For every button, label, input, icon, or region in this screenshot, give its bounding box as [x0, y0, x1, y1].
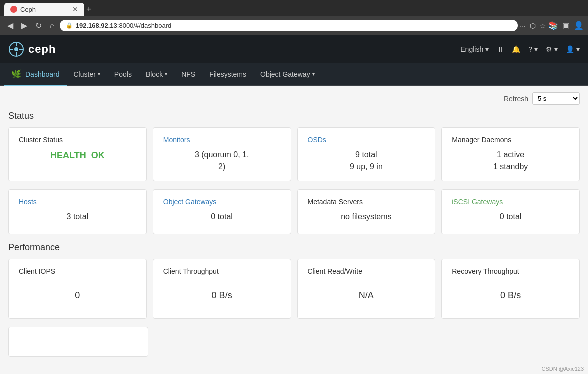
cluster-caret-icon: ▾ [98, 72, 100, 77]
ceph-logo-icon [8, 42, 24, 58]
object-gateways-value: 0 total [163, 211, 281, 223]
client-iops-card: Client IOPS 0 [8, 259, 147, 319]
client-throughput-value: 0 B/s [163, 290, 281, 301]
refresh-select[interactable]: 5 s 10 s 30 s 1 m No refresh [532, 92, 580, 105]
block-caret-icon: ▾ [165, 72, 167, 77]
address-bar[interactable]: 🔒 192.168.92.13:8000/#/dashboard [60, 20, 518, 32]
osds-title[interactable]: OSDs [308, 136, 425, 144]
help-icon: ? [528, 46, 532, 54]
cluster-status-card: Cluster Status HEALTH_OK [8, 128, 147, 182]
tab-close-button[interactable]: ✕ [72, 6, 78, 14]
client-read-write-title: Client Read/Write [308, 268, 425, 276]
nav-item-nfs[interactable]: NFS [174, 64, 202, 86]
performance-cards: Client IOPS 0 Client Throughput 0 B/s Cl… [8, 259, 580, 319]
metadata-servers-title: Metadata Servers [308, 198, 425, 206]
forward-button[interactable]: ▶ [18, 19, 30, 32]
nav-label-filesystems: Filesystems [209, 70, 246, 78]
monitors-card: Monitors 3 (quorum 0, 1,2) [153, 128, 291, 182]
lock-icon: 🔒 [66, 22, 73, 29]
browser-nav-right: 📚 ▣ 👤 [548, 21, 584, 30]
tab-title: Ceph [20, 6, 36, 14]
browser-nav: ◀ ▶ ↻ ⌂ 🔒 192.168.92.13:8000/#/dashboard… [0, 16, 588, 36]
status-section-title: Status [8, 111, 580, 122]
manager-daemons-title: Manager Daemons [452, 136, 569, 144]
nav-item-block[interactable]: Block ▾ [139, 64, 174, 86]
app-logo: ceph [8, 42, 56, 58]
help-caret-icon: ▾ [534, 46, 538, 54]
home-button[interactable]: ⌂ [47, 20, 58, 32]
client-read-write-value: N/A [308, 290, 425, 301]
object-gateways-title[interactable]: Object Gateways [163, 198, 281, 206]
address-bar-actions: ··· ⬡ ☆ [520, 22, 546, 30]
monitors-title[interactable]: Monitors [163, 136, 281, 144]
client-throughput-title: Client Throughput [163, 268, 281, 276]
browser-tab-active[interactable]: Ceph ✕ [4, 3, 84, 16]
object-gateways-card: Object Gateways 0 total [153, 190, 291, 234]
hosts-title[interactable]: Hosts [19, 198, 136, 206]
pocket-icon[interactable]: ⬡ [530, 22, 536, 30]
library-icon[interactable]: 📚 [548, 21, 558, 30]
status-cards-row2: Hosts 3 total Object Gateways 0 total Me… [8, 190, 580, 234]
language-caret-icon: ▾ [485, 46, 489, 54]
notification-icon[interactable]: 🔔 [512, 46, 520, 54]
nav-item-filesystems[interactable]: Filesystems [202, 64, 253, 86]
bookmark-icon[interactable]: ☆ [540, 22, 546, 30]
nav-item-cluster[interactable]: Cluster ▾ [67, 64, 107, 86]
app-header: ceph English ▾ ⏸ 🔔 ? ▾ ⚙ ▾ 👤 ▾ [0, 36, 588, 64]
nav-item-dashboard[interactable]: 🌿 Dashboard [4, 64, 67, 86]
object-gateway-caret-icon: ▾ [312, 72, 315, 77]
url-text: 192.168.92.13:8000/#/dashboard [76, 22, 172, 30]
tab-bar: Ceph ✕ + [0, 0, 588, 16]
language-label: English [460, 46, 483, 54]
help-button[interactable]: ? ▾ [528, 46, 538, 54]
metadata-servers-card: Metadata Servers no filesystems [297, 190, 436, 234]
svg-point-1 [14, 48, 18, 52]
monitors-value: 3 (quorum 0, 1,2) [163, 149, 281, 173]
nav-label-block: Block [146, 70, 163, 78]
dashboard-icon: 🌿 [11, 70, 21, 79]
iscsi-gateways-card: iSCSI Gateways 0 total [441, 190, 580, 234]
client-iops-title: Client IOPS [19, 268, 136, 276]
new-tab-button[interactable]: + [86, 4, 92, 15]
language-selector[interactable]: English ▾ [460, 46, 489, 54]
app-nav: 🌿 Dashboard Cluster ▾ Pools Block ▾ NFS … [0, 64, 588, 86]
capacity-card-partial [8, 327, 148, 357]
user-icon: 👤 [566, 46, 574, 54]
osds-card: OSDs 9 total9 up, 9 in [297, 128, 436, 182]
nav-item-pools[interactable]: Pools [107, 64, 139, 86]
refresh-button[interactable]: ↻ [32, 19, 45, 32]
nav-item-object-gateway[interactable]: Object Gateway ▾ [253, 64, 322, 86]
refresh-bar: Refresh 5 s 10 s 30 s 1 m No refresh [8, 92, 580, 105]
sidebar-icon[interactable]: ▣ [562, 21, 570, 30]
iscsi-gateways-title[interactable]: iSCSI Gateways [452, 198, 569, 206]
user-profile-icon[interactable]: 👤 [574, 21, 584, 30]
settings-caret-icon: ▾ [554, 46, 558, 54]
iscsi-gateways-value: 0 total [452, 211, 569, 223]
client-read-write-card: Client Read/Write N/A [297, 259, 436, 319]
app-logo-text: ceph [28, 43, 56, 56]
browser-chrome: Ceph ✕ + ◀ ▶ ↻ ⌂ 🔒 192.168.92.13:8000/#/… [0, 0, 588, 36]
more-options-icon[interactable]: ··· [520, 22, 526, 30]
nav-label-pools: Pools [114, 70, 132, 78]
status-cards-row1: Cluster Status HEALTH_OK Monitors 3 (quo… [8, 128, 580, 182]
nav-label-cluster: Cluster [74, 70, 96, 78]
manager-daemons-value: 1 active1 standby [452, 149, 569, 173]
tab-favicon [10, 6, 17, 13]
recovery-throughput-value: 0 B/s [452, 290, 569, 301]
nav-label-object-gateway: Object Gateway [260, 70, 310, 78]
osds-value: 9 total9 up, 9 in [308, 149, 425, 173]
back-button[interactable]: ◀ [4, 19, 16, 32]
recovery-throughput-title: Recovery Throughput [452, 268, 569, 276]
filter-icon[interactable]: ⏸ [497, 46, 504, 54]
client-iops-value: 0 [19, 290, 136, 301]
hosts-card: Hosts 3 total [8, 190, 147, 234]
nav-label-dashboard: Dashboard [25, 70, 60, 78]
hosts-value: 3 total [19, 211, 136, 223]
client-throughput-card: Client Throughput 0 B/s [153, 259, 291, 319]
main-content: Refresh 5 s 10 s 30 s 1 m No refresh Sta… [0, 86, 588, 363]
user-menu-button[interactable]: 👤 ▾ [566, 46, 580, 54]
url-bold-part: 192.168.92.13 [76, 22, 117, 30]
settings-button[interactable]: ⚙ ▾ [546, 46, 558, 54]
cluster-status-value: HEALTH_OK [19, 149, 136, 162]
metadata-servers-value: no filesystems [308, 211, 425, 223]
